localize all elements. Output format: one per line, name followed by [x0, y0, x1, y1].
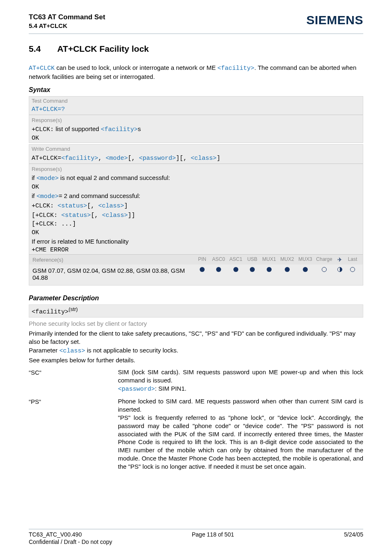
wr-class-b[interactable]: <class>	[102, 212, 128, 219]
wr-status-b[interactable]: <status>	[61, 212, 91, 219]
matrix-columns: PIN ASC0 ASC1 USB MUX1 MUX2 MUX3 Charge …	[194, 256, 360, 263]
intro-facility[interactable]: <facility>	[217, 65, 254, 72]
col-plane-icon: ✈	[334, 256, 346, 263]
resp-suffix: s	[138, 125, 141, 132]
doc-title: TC63 AT Command Set	[29, 13, 105, 21]
dot-pin	[194, 267, 210, 273]
param-facility-tag: <facility>	[32, 309, 69, 315]
footer-right: 5/24/05	[344, 531, 363, 538]
footer-rule	[29, 529, 363, 530]
write-class[interactable]: <class>	[191, 155, 217, 162]
dot-plane	[334, 267, 346, 273]
write-ok-2: OK	[29, 228, 363, 237]
doc-subtitle: 5.4 AT+CLCK	[29, 22, 105, 29]
reference-label: Reference(s)	[32, 257, 194, 263]
matrix-body: GSM 07.07, GSM 02.04, GSM 02.88, GSM 03.…	[29, 265, 363, 285]
col-asc0: ASC0	[210, 256, 227, 263]
param-p2: Parameter <class> is not applicable to s…	[29, 346, 363, 355]
definition-list: “SC“ SIM (lock SIM cards). SIM requests …	[29, 368, 363, 471]
test-command-panel: Test Command AT+CLCK=? Response(s) +CLCK…	[29, 96, 363, 143]
def-sc-password[interactable]: <password>	[118, 386, 155, 393]
wr-l5-suffix: ]]	[128, 212, 135, 219]
param-p2b: is not applicable to security locks.	[85, 347, 178, 354]
write-resp-5: [+CLCK: ...]	[29, 220, 363, 228]
param-p1: Primarily intended for the client to tak…	[29, 329, 363, 345]
test-command-resp-label: Response(s)	[29, 116, 363, 124]
wr-mode-b[interactable]: <mode>	[37, 193, 59, 200]
section-number: 5.4	[29, 44, 41, 54]
col-pin: PIN	[194, 256, 210, 263]
intro-cmd[interactable]: AT+CLCK	[29, 65, 55, 72]
write-command-panel: Write Command AT+CLCK=<facility>, <mode>…	[29, 144, 363, 286]
write-ok-1: OK	[29, 183, 363, 191]
dot-asc0	[210, 267, 227, 273]
wr-l2b: = 2 and command successful:	[59, 192, 141, 199]
write-resp-1: if <mode> is not equal 2 and command suc…	[29, 173, 363, 183]
resp-text: list of supported	[55, 125, 101, 132]
test-command-ok: OK	[29, 134, 363, 143]
write-resp-label: Response(s)	[29, 165, 363, 173]
col-mux2: MUX2	[278, 256, 296, 263]
test-command-resp: +CLCK: list of supported <facility>s	[29, 124, 363, 134]
footer-left: TC63_ATC_V00.490	[29, 531, 82, 538]
col-mux3: MUX3	[296, 256, 314, 263]
intro-text-a: can be used to lock, unlock or interroga…	[55, 64, 217, 71]
write-err-1: If error is related to ME functionality	[29, 237, 363, 246]
resp-facility[interactable]: <facility>	[101, 126, 138, 133]
term-ps: “PS“	[29, 397, 111, 470]
wr-class-a[interactable]: <class>	[98, 203, 124, 210]
param-facility-subline: Phone security locks set by client or fa…	[29, 320, 363, 327]
param-p3: See examples below for further details.	[29, 356, 363, 364]
footer-sub: Confidential / Draft - Do not copy	[29, 539, 363, 545]
test-command-label: Test Command	[29, 97, 363, 105]
syntax-heading: Syntax	[29, 86, 363, 94]
wr-mode-a[interactable]: <mode>	[37, 175, 59, 182]
write-err-2: +CME ERROR	[29, 246, 363, 254]
page-footer: TC63_ATC_V00.490 Page 118 of 501 5/24/05…	[29, 529, 363, 545]
section-title: AT+CLCK Facility lock	[57, 44, 149, 54]
dot-mux2	[278, 267, 296, 273]
param-p2a: Parameter	[29, 347, 59, 354]
def-sc-pw-val: : SIM PIN1.	[155, 385, 187, 392]
brand-logo: SIEMENS	[306, 13, 363, 27]
wr-l1b: is not equal 2 and command successful:	[59, 174, 170, 181]
def-ps: Phone locked to SIM card. ME requests pa…	[118, 397, 363, 470]
matrix-header: Reference(s) PIN ASC0 ASC1 USB MUX1 MUX2…	[29, 254, 363, 265]
dot-asc1	[227, 267, 244, 273]
write-facility[interactable]: <facility>	[61, 155, 98, 162]
col-usb: USB	[244, 256, 260, 263]
header-rule	[29, 33, 363, 34]
wr-l2a: if	[32, 192, 37, 199]
write-cmd-prefix: AT+CLCK=	[32, 155, 61, 162]
write-resp-2: if <mode>= 2 and command successful:	[29, 191, 363, 201]
dot-mux1	[260, 267, 278, 273]
wr-status-a[interactable]: <status>	[58, 203, 87, 210]
resp-prefix: +CLCK:	[32, 126, 54, 133]
footer-center: Page 118 of 501	[192, 531, 234, 538]
def-sc-text: SIM (lock SIM cards). SIM requests passw…	[118, 368, 363, 384]
test-command-cmd: AT+CLCK=?	[29, 105, 363, 114]
col-charge: Charge	[314, 256, 334, 263]
param-class-link[interactable]: <class>	[59, 348, 85, 355]
col-mux1: MUX1	[260, 256, 278, 263]
write-resp-3: +CLCK: <status>[, <class>]	[29, 201, 363, 210]
write-mode[interactable]: <mode>	[106, 155, 128, 162]
write-password[interactable]: <password>	[139, 155, 176, 162]
col-last: Last	[346, 256, 360, 263]
param-facility-box: <facility>(str)	[29, 304, 363, 318]
wr-l1a: if	[32, 174, 37, 181]
write-command-cmd: AT+CLCK=<facility>, <mode>[, <password>]…	[29, 153, 363, 163]
dot-charge	[314, 267, 334, 273]
write-command-label: Write Command	[29, 145, 363, 153]
reference-values: GSM 07.07, GSM 02.04, GSM 02.88, GSM 03.…	[32, 267, 194, 281]
def-sc: SIM (lock SIM cards). SIM requests passw…	[118, 368, 363, 393]
dot-mux3	[296, 267, 314, 273]
wr-l5-prefix: [+CLCK:	[32, 212, 61, 219]
dot-last	[346, 267, 360, 273]
parameter-description-heading: Parameter Description	[29, 295, 363, 302]
wr-l3-prefix: +CLCK:	[32, 203, 58, 210]
dot-usb	[244, 267, 260, 273]
param-facility-sup: (str)	[69, 306, 78, 312]
col-asc1: ASC1	[227, 256, 244, 263]
intro-paragraph: AT+CLCK can be used to lock, unlock or i…	[29, 64, 363, 81]
